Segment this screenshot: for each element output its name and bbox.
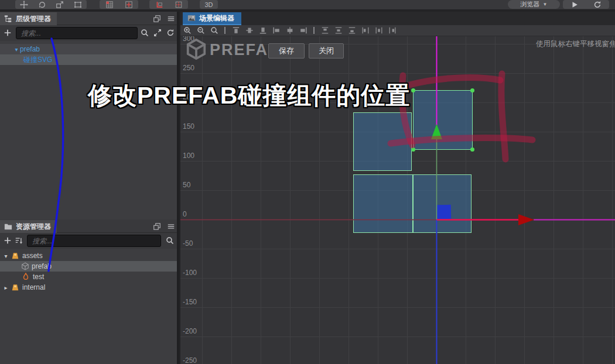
collision-box[interactable]: [413, 174, 472, 233]
resize-handle[interactable]: [411, 88, 415, 92]
gizmo-mode-group: [100, 0, 138, 9]
rect-transform-icon[interactable]: [70, 1, 86, 9]
coord-grid-icon[interactable]: [171, 1, 186, 9]
chevron-down-icon[interactable]: ▾: [13, 46, 20, 53]
chevron-down-icon: ▼: [543, 2, 548, 7]
hierarchy-toolbar: [0, 25, 177, 41]
sort-icon[interactable]: [15, 236, 23, 247]
float-window-icon[interactable]: [153, 15, 161, 25]
scene-tab-label: 场景编辑器: [199, 13, 234, 23]
transform-tool-group: [15, 0, 87, 9]
gizmo-position-icon[interactable]: [102, 1, 117, 9]
resize-handle[interactable]: [470, 88, 474, 92]
play-icon[interactable]: [567, 1, 582, 9]
expand-all-icon[interactable]: [153, 29, 162, 39]
collision-box[interactable]: [413, 90, 473, 150]
ruler-label: 250: [183, 64, 194, 72]
asset-folder-internal[interactable]: ▸ internal: [0, 282, 177, 293]
tutorial-title-overlay: 修改PREFAB碰撞组件的位置: [88, 80, 410, 112]
assets-panel-header: 资源管理器: [0, 219, 177, 233]
view-mode-3d-button[interactable]: 3D: [200, 0, 218, 9]
hierarchy-tab[interactable]: 层级管理器: [0, 12, 57, 25]
hierarchy-title: 层级管理器: [16, 14, 51, 24]
refresh-icon[interactable]: [590, 1, 605, 9]
tree-node-collision-svg[interactable]: 碰撞SVG: [0, 54, 177, 65]
resize-handle[interactable]: [411, 147, 415, 152]
cube-icon: [21, 262, 29, 270]
hierarchy-tree: ▾ prefab 碰撞SVG: [0, 41, 177, 65]
align-left-icon[interactable]: [269, 26, 283, 36]
dist-top-icon[interactable]: [318, 26, 332, 36]
gizmo-anchor-icon[interactable]: [121, 1, 136, 9]
assets-tab[interactable]: 资源管理器: [0, 220, 57, 233]
float-window-icon[interactable]: [153, 222, 161, 233]
x-axis-arrow-icon[interactable]: [518, 214, 534, 225]
align-top-icon[interactable]: [229, 26, 242, 36]
dist-left-icon[interactable]: [358, 26, 372, 36]
hierarchy-panel: 层级管理器 ▾ prefab 碰撞SVG: [0, 12, 179, 219]
refresh-icon[interactable]: [166, 29, 175, 39]
toolbar-separator: [313, 27, 315, 34]
dist-center-icon[interactable]: [372, 26, 385, 36]
coord-mode-group: [149, 0, 188, 9]
asset-folder-assets[interactable]: ▾ assets: [0, 250, 177, 261]
bucket-icon: [11, 283, 19, 291]
assets-search-input[interactable]: [27, 235, 161, 247]
search-icon[interactable]: [141, 29, 149, 39]
dist-right-icon[interactable]: [385, 26, 399, 36]
scene-toolbar: [180, 25, 615, 36]
save-button[interactable]: 保存: [268, 43, 305, 59]
panel-menu-icon[interactable]: [167, 15, 175, 25]
dist-middle-icon[interactable]: [332, 26, 345, 36]
chevron-down-icon[interactable]: ▾: [2, 253, 9, 259]
add-asset-icon[interactable]: [4, 236, 12, 247]
zoom-in-icon[interactable]: [180, 26, 194, 36]
ruler-label: 150: [183, 122, 194, 131]
asset-prefab[interactable]: prefab: [0, 261, 177, 272]
preview-target-dropdown[interactable]: 浏览器▼: [508, 0, 560, 9]
align-middle-icon[interactable]: [242, 26, 256, 36]
ruler-label: 0: [183, 210, 187, 218]
asset-test[interactable]: test: [0, 272, 177, 282]
collision-box[interactable]: [353, 112, 412, 171]
move-icon[interactable]: [16, 1, 32, 9]
resize-handle[interactable]: [470, 147, 474, 152]
asset-label: test: [33, 273, 44, 281]
align-bottom-icon[interactable]: [256, 26, 269, 36]
sprite-node[interactable]: [436, 205, 451, 219]
ruler-label: -50: [183, 239, 193, 248]
hierarchy-search-input[interactable]: [16, 27, 138, 39]
hierarchy-panel-header: 层级管理器: [0, 12, 177, 25]
asset-label: internal: [22, 283, 45, 291]
align-right-icon[interactable]: [296, 26, 310, 36]
add-node-icon[interactable]: [4, 29, 12, 39]
assets-panel: 资源管理器 ▾ assets prefab test ▸ internal: [0, 219, 179, 364]
tree-node-prefab[interactable]: ▾ prefab: [0, 44, 177, 54]
scene-editor-panel: 场景编辑器 300250200150100500-50-100-150-200-…: [180, 12, 615, 364]
assets-title: 资源管理器: [16, 222, 51, 232]
search-icon[interactable]: [166, 236, 174, 247]
preview-controls: [563, 0, 609, 9]
folder-icon: [4, 222, 12, 231]
ruler-label: 50: [183, 181, 190, 189]
pan-hint-text: 使用鼠标右键平移视窗焦点: [536, 39, 615, 49]
flame-icon: [22, 273, 30, 281]
tab-scene-editor[interactable]: 场景编辑器: [183, 12, 241, 25]
assets-toolbar: [0, 233, 177, 249]
image-icon: [187, 14, 196, 22]
collision-box[interactable]: [353, 174, 413, 233]
zoom-out-icon[interactable]: [194, 26, 207, 36]
dist-bottom-icon[interactable]: [345, 26, 358, 36]
bucket-icon: [11, 252, 19, 260]
align-center-icon[interactable]: [283, 26, 296, 36]
prefab-cube-icon: [185, 38, 207, 63]
close-button[interactable]: 关闭: [309, 43, 344, 59]
scale-icon[interactable]: [52, 1, 67, 9]
ruler-label: 100: [183, 152, 194, 160]
asset-label: assets: [22, 252, 43, 260]
coord-corner-icon[interactable]: [152, 1, 167, 9]
zoom-reset-icon[interactable]: [207, 26, 221, 36]
chevron-right-icon[interactable]: ▸: [2, 284, 9, 291]
rotate-icon[interactable]: [35, 1, 50, 9]
panel-menu-icon[interactable]: [167, 222, 175, 233]
